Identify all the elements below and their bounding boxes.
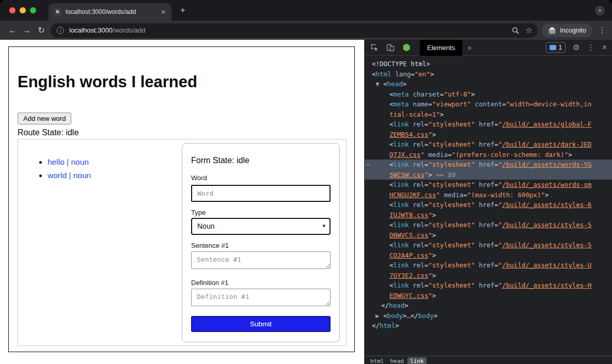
url-text: localhost:3000/words/add bbox=[69, 26, 505, 34]
dom-node-row[interactable]: SWCSW.css"> == $0 bbox=[365, 170, 612, 180]
back-button[interactable]: ← bbox=[5, 26, 20, 35]
browser-toolbar: ← → ↻ i localhost:3000/words/add ☆ Incog… bbox=[0, 21, 612, 40]
dom-node-row[interactable]: EDWGYC.css"> bbox=[365, 291, 612, 301]
new-tab-button[interactable]: + bbox=[178, 5, 188, 15]
words-section: hello | noun world | noun Form State: id… bbox=[18, 139, 347, 346]
sentence-input[interactable] bbox=[191, 251, 331, 269]
devtools-toolbar: Elements » 1 ⚙ ⋮ × bbox=[365, 40, 612, 56]
word-input[interactable] bbox=[191, 185, 331, 202]
browser-menu-icon[interactable]: ⋮ bbox=[598, 26, 607, 35]
dom-node-row[interactable]: <html lang="en"> bbox=[365, 69, 612, 80]
definition-label: Definition #1 bbox=[191, 279, 331, 287]
node-options-icon[interactable]: ⋯ bbox=[366, 160, 370, 170]
add-word-form: Form State: idle Word Type Noun ▾ Senten… bbox=[182, 143, 340, 342]
browser-tab[interactable]: R localhost:3000/words/add × bbox=[49, 3, 171, 21]
close-window-button[interactable] bbox=[9, 7, 15, 13]
dom-node-row[interactable]: <link rel="stylesheet" href="/build/_ass… bbox=[365, 280, 612, 291]
dom-node-row[interactable]: HCNGU2KF.css" media="(max-width: 600px)"… bbox=[365, 190, 612, 200]
submit-button[interactable]: Submit bbox=[191, 316, 331, 332]
type-select-wrap: Noun ▾ bbox=[191, 218, 331, 235]
dom-node-row[interactable]: ZEMBS4.css"> bbox=[365, 130, 612, 140]
add-new-word-button[interactable]: Add new word bbox=[18, 113, 71, 124]
devtools-toolbar-right: 1 ⚙ ⋮ × bbox=[546, 42, 612, 53]
breadcrumb-item-link[interactable]: link bbox=[407, 357, 427, 364]
dom-node-row[interactable]: <link rel="stylesheet" href="/build/_ass… bbox=[365, 200, 612, 210]
dom-node-row[interactable]: 7GY3E2.css"> bbox=[365, 271, 612, 281]
devtools-panel: Elements » 1 ⚙ ⋮ × <!DOCTYPE html><html … bbox=[364, 40, 612, 364]
reload-button[interactable]: ↻ bbox=[34, 25, 49, 35]
dom-node-row[interactable]: <!DOCTYPE html> bbox=[365, 59, 612, 69]
bookmark-star-icon[interactable]: ☆ bbox=[526, 26, 532, 35]
forward-button[interactable]: → bbox=[20, 26, 34, 35]
form-state-text: Form State: idle bbox=[191, 156, 331, 165]
type-select[interactable]: Noun bbox=[191, 218, 331, 235]
issues-button[interactable]: 1 bbox=[546, 42, 566, 53]
tab-strip: R localhost:3000/words/add × + ▼ bbox=[0, 0, 612, 21]
page-title: English words I learned bbox=[18, 74, 354, 91]
dom-node-row[interactable]: tial-scale=1"> bbox=[365, 109, 612, 120]
dom-node-row[interactable]: DBWVCS.css"> bbox=[365, 230, 612, 241]
issues-bubble-icon bbox=[550, 45, 556, 50]
incognito-icon bbox=[548, 27, 556, 34]
dom-node-row[interactable]: <meta charset="utf-8"> bbox=[365, 89, 612, 100]
dom-node-row[interactable]: IUJWTB.css"> bbox=[365, 210, 612, 220]
dom-node-row[interactable]: <link rel="stylesheet" href="/build/_ass… bbox=[365, 180, 612, 190]
dom-node-row[interactable]: <link rel="stylesheet" href="/build/_ass… bbox=[365, 119, 612, 130]
window-content: English words I learned Add new word Rou… bbox=[0, 40, 612, 364]
node-hexagon-icon[interactable] bbox=[400, 41, 413, 54]
devtools-close-icon[interactable]: × bbox=[602, 43, 607, 52]
tab-title: localhost:3000/words/add bbox=[66, 8, 159, 15]
breadcrumb-item-html[interactable]: html bbox=[368, 357, 387, 364]
word-link-world[interactable]: world | noun bbox=[48, 171, 91, 180]
url-host: localhost:3000 bbox=[69, 26, 113, 34]
tab-search-button[interactable]: ▼ bbox=[595, 6, 605, 15]
tab-elements[interactable]: Elements bbox=[420, 40, 462, 56]
tab-close-icon[interactable]: × bbox=[159, 8, 167, 16]
word-link-hello[interactable]: hello | noun bbox=[48, 157, 89, 166]
inspect-element-icon[interactable] bbox=[368, 41, 381, 54]
definition-input[interactable] bbox=[191, 289, 331, 306]
type-label: Type bbox=[191, 209, 331, 216]
dom-node-row[interactable]: CO2A4P.css"> bbox=[365, 250, 612, 261]
dom-node-row[interactable]: <link rel="stylesheet" href="/build/_ass… bbox=[365, 160, 612, 170]
dom-node-row[interactable]: <link rel="stylesheet" href="/build/_ass… bbox=[365, 139, 612, 150]
breadcrumb-item-head[interactable]: head bbox=[388, 357, 407, 364]
devtools-menu-icon[interactable]: ⋮ bbox=[587, 43, 595, 52]
url-path: /words/add bbox=[113, 26, 146, 34]
dom-node-row[interactable]: Q7JX.css" media="(prefers-color-scheme: … bbox=[365, 150, 612, 160]
gear-icon[interactable]: ⚙ bbox=[573, 43, 579, 52]
incognito-label: Incognito bbox=[560, 27, 586, 34]
address-bar[interactable]: i localhost:3000/words/add ☆ bbox=[51, 23, 538, 38]
dom-node-row[interactable]: ▼ <head> bbox=[365, 79, 612, 89]
dom-node-row[interactable]: <link rel="stylesheet" href="/build/_ass… bbox=[365, 260, 612, 271]
app-container: English words I learned Add new word Rou… bbox=[8, 46, 355, 352]
tab-favicon: R bbox=[54, 8, 61, 16]
breadcrumb-bar: htmlheadlink bbox=[365, 356, 612, 364]
issues-count: 1 bbox=[559, 44, 562, 51]
zoom-icon[interactable] bbox=[511, 26, 520, 35]
word-label: Word bbox=[191, 174, 331, 182]
dom-node-row[interactable]: ▶ <body>…</body> bbox=[365, 311, 612, 321]
sentence-label: Sentence #1 bbox=[191, 242, 331, 249]
dom-node-row[interactable]: </head> bbox=[365, 300, 612, 311]
site-info-icon[interactable]: i bbox=[57, 27, 64, 34]
minimize-window-button[interactable] bbox=[20, 7, 26, 13]
fullscreen-window-button[interactable] bbox=[30, 7, 36, 13]
device-toolbar-icon[interactable] bbox=[384, 41, 397, 54]
dom-node-row[interactable]: <link rel="stylesheet" href="/build/_ass… bbox=[365, 240, 612, 250]
route-state-text: Route State: idle bbox=[18, 128, 354, 137]
browser-window: R localhost:3000/words/add × + ▼ ← → ↻ i… bbox=[0, 0, 612, 364]
traffic-lights bbox=[9, 7, 36, 13]
dom-node-row[interactable]: <meta name="viewport" content="width=dev… bbox=[365, 99, 612, 109]
incognito-badge: Incognito bbox=[542, 24, 592, 37]
page-viewport: English words I learned Add new word Rou… bbox=[0, 40, 364, 364]
dom-tree: <!DOCTYPE html><html lang="en">▼ <head><… bbox=[365, 56, 612, 356]
more-tabs-icon[interactable]: » bbox=[467, 43, 472, 52]
dom-node-row[interactable]: <link rel="stylesheet" href="/build/_ass… bbox=[365, 220, 612, 230]
dom-node-row[interactable]: </html> bbox=[365, 321, 612, 331]
